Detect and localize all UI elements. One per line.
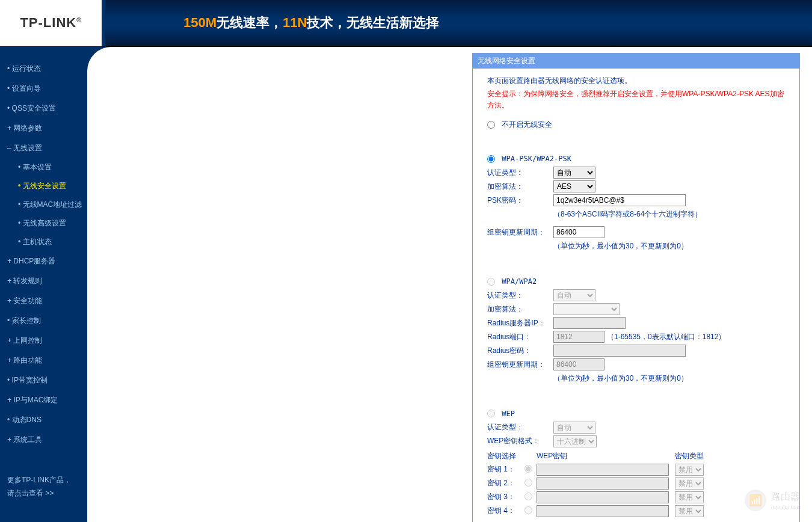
nav-ddns[interactable]: 动态DNS [7, 410, 87, 430]
radius-port-label: Radius端口： [487, 332, 553, 342]
panel-description: 本页面设置路由器无线网络的安全认证选项。 [487, 76, 785, 86]
radius-port-hint: （1-65535，0表示默认端口：1812） [607, 332, 725, 342]
more-products-link[interactable]: 更多TP-LINK产品，请点击查看 >> [7, 474, 87, 500]
wep-col-select: 密钥选择 [487, 451, 524, 461]
radius-port-input[interactable] [553, 331, 604, 343]
wpapsk-auth-select[interactable]: 自动 [553, 167, 595, 179]
nav-sub-hoststatus[interactable]: 主机状态 [7, 233, 87, 251]
nav-access[interactable]: 上网控制 [7, 331, 87, 351]
main-content: 无线网络安全设置 本页面设置路由器无线网络的安全认证选项。 安全提示：为保障网络… [87, 47, 812, 522]
wpapsk-gk-label: 组密钥更新周期： [487, 227, 553, 238]
wep-key1-radio[interactable] [524, 465, 532, 473]
wep-key4-label: 密钥 4： [487, 506, 524, 516]
corner-decoration [87, 47, 111, 71]
logo-area: TP-LINK® [0, 0, 105, 46]
radius-ip-label: Radius服务器IP： [487, 318, 553, 328]
wpa-enc-label: 加密算法： [487, 304, 553, 315]
nav-sub-basic[interactable]: 基本设置 [7, 158, 87, 177]
nav-setup-wizard[interactable]: 设置向导 [7, 79, 87, 99]
wpapsk-enc-select[interactable]: AES [553, 180, 595, 192]
radio-wpa-label: WPA/WPA2 [502, 277, 537, 286]
wep-key1-type[interactable]: 禁用 [675, 464, 704, 476]
sidebar: 运行状态 设置向导 QSS安全设置 网络参数 无线设置 基本设置 无线安全设置 … [0, 47, 87, 522]
nav-qss[interactable]: QSS安全设置 [7, 99, 87, 118]
radio-disable-security[interactable] [487, 121, 495, 129]
nav-parental[interactable]: 家长控制 [7, 311, 87, 331]
nav-network-params[interactable]: 网络参数 [7, 118, 87, 138]
radius-ip-input[interactable] [553, 317, 626, 329]
router-icon: 📶 [745, 490, 766, 511]
nav-routing[interactable]: 路由功能 [7, 351, 87, 370]
wpa-gk-hint: （单位为秒，最小值为30，不更新则为0） [553, 372, 785, 388]
panel-title: 无线网络安全设置 [473, 54, 799, 69]
nav-sub-security[interactable]: 无线安全设置 [7, 177, 87, 195]
nav-dhcp[interactable]: DHCP服务器 [7, 251, 87, 271]
nav-sub-advanced[interactable]: 无线高级设置 [7, 214, 87, 233]
wep-key3-radio[interactable] [524, 493, 532, 500]
radio-disable-label: 不开启无线安全 [502, 120, 552, 129]
wpapsk-gk-hint: （单位为秒，最小值为30，不更新则为0） [553, 240, 785, 256]
nav-system[interactable]: 系统工具 [7, 430, 87, 450]
wep-key3-input[interactable] [537, 491, 669, 503]
nav-ipmac[interactable]: IP与MAC绑定 [7, 390, 87, 410]
radio-wpapsk[interactable] [487, 155, 495, 163]
radius-pwd-label: Radius密码： [487, 346, 553, 356]
wep-key4-radio[interactable] [524, 506, 532, 514]
wep-key2-radio[interactable] [524, 479, 532, 487]
wep-key2-label: 密钥 2： [487, 478, 524, 488]
wep-key1-label: 密钥 1： [487, 464, 524, 474]
wpapsk-psk-label: PSK密码： [487, 195, 553, 206]
wep-key2-type[interactable]: 禁用 [675, 477, 704, 490]
nav-sub-macfilter[interactable]: 无线MAC地址过滤 [7, 195, 87, 214]
radio-wpa[interactable] [487, 278, 495, 286]
security-panel: 无线网络安全设置 本页面设置路由器无线网络的安全认证选项。 安全提示：为保障网络… [472, 53, 800, 522]
wep-key4-type[interactable]: 禁用 [675, 505, 704, 517]
header-banner: TP-LINK® 150M无线速率，11N技术，无线生活新选择 [0, 0, 812, 47]
nav-forward[interactable]: 转发规则 [7, 271, 87, 291]
wep-col-key: WEP密钥 [537, 451, 675, 461]
wep-key3-type[interactable]: 禁用 [675, 491, 704, 503]
wpa-gk-label: 组密钥更新周期： [487, 360, 553, 370]
wep-auth-select[interactable]: 自动 [553, 422, 595, 434]
nav-bandwidth[interactable]: IP带宽控制 [7, 370, 87, 390]
banner-text: 150M无线速率，11N技术，无线生活新选择 [105, 14, 812, 32]
wpa-gk-input[interactable] [553, 358, 604, 370]
wep-auth-label: 认证类型： [487, 422, 553, 432]
radio-wep[interactable] [487, 410, 495, 417]
nav-running-status[interactable]: 运行状态 [7, 59, 87, 79]
wpapsk-psk-hint: （8-63个ASCII码字符或8-64个十六进制字符） [553, 208, 785, 224]
brand-logo: TP-LINK® [20, 15, 81, 31]
wep-key4-input[interactable] [537, 505, 669, 517]
wep-fmt-select[interactable]: 十六进制 [553, 435, 597, 447]
wpapsk-auth-label: 认证类型： [487, 168, 553, 178]
wpapsk-gk-input[interactable] [553, 226, 604, 238]
wpa-auth-label: 认证类型： [487, 290, 553, 301]
wep-key2-input[interactable] [537, 477, 669, 490]
security-warning: 安全提示：为保障网络安全，强烈推荐开启安全设置，并使用WPA-PSK/WPA2-… [487, 88, 785, 111]
wpapsk-psk-input[interactable] [553, 194, 686, 206]
radius-pwd-input[interactable] [553, 345, 686, 357]
radio-wep-label: WEP [502, 410, 515, 418]
wpapsk-enc-label: 加密算法： [487, 182, 553, 192]
radio-wpapsk-label: WPA-PSK/WPA2-PSK [502, 155, 571, 163]
wpa-enc-select[interactable] [553, 303, 620, 315]
nav-security[interactable]: 安全功能 [7, 291, 87, 311]
wep-key3-label: 密钥 3： [487, 492, 524, 502]
watermark: 📶 路由器 luyouqi.com [745, 490, 801, 511]
wep-fmt-label: WEP密钥格式： [487, 436, 553, 446]
wep-key1-input[interactable] [537, 464, 669, 476]
wpa-auth-select[interactable]: 自动 [553, 289, 595, 301]
wep-col-type: 密钥类型 [675, 451, 711, 461]
nav-wireless[interactable]: 无线设置 [7, 138, 87, 158]
